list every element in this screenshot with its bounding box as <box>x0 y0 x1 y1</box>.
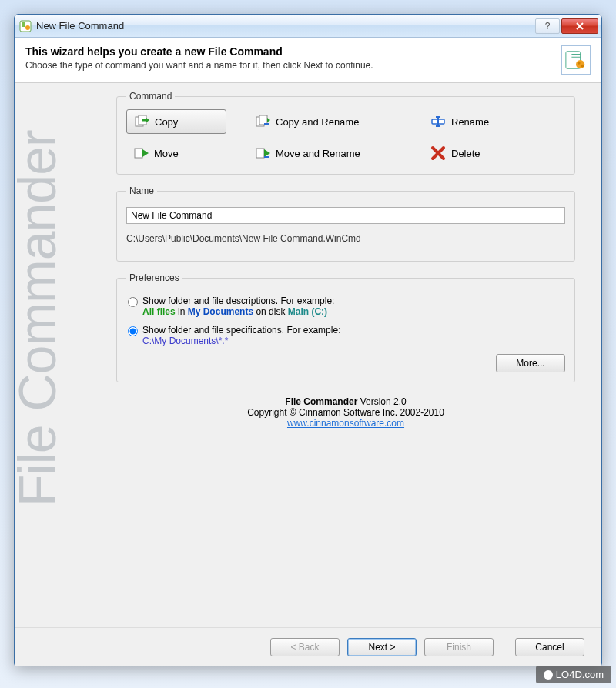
wizard-buttons: < Back Next > Finish Cancel <box>15 627 601 666</box>
name-path: C:\Users\Public\Documents\New File Comma… <box>126 233 565 244</box>
watermark: LO4D.com <box>536 666 611 683</box>
cancel-button[interactable]: Cancel <box>515 638 584 656</box>
titlebar: New File Command ? <box>15 15 601 38</box>
name-group: Name C:\Users\Public\Documents\New File … <box>116 185 575 262</box>
wizard-subtitle: Choose the type of command you want and … <box>25 59 457 72</box>
command-copy-rename[interactable]: Copy and Rename <box>248 109 402 134</box>
prefs-opt1-all: All files <box>142 306 176 317</box>
command-rename[interactable]: Rename <box>424 109 531 134</box>
command-move-label: Move <box>154 148 179 159</box>
prefs-option-descriptions[interactable]: Show folder and file descriptions. For e… <box>128 296 565 317</box>
prefs-opt1-text: Show folder and file descriptions. For e… <box>142 296 334 306</box>
svg-rect-13 <box>264 123 269 125</box>
sidebar-logo-text: File Commander <box>7 130 67 506</box>
prefs-opt1-main: Main (C:) <box>288 306 327 317</box>
copy-rename-icon <box>254 113 271 130</box>
command-copy-label: Copy <box>155 116 178 128</box>
prefs-opt2-example: C:\My Documents\*.* <box>142 336 228 346</box>
next-button[interactable]: Next > <box>347 638 417 656</box>
finish-button[interactable]: Finish <box>424 638 494 656</box>
copy-icon <box>133 113 150 130</box>
svg-point-5 <box>578 62 581 65</box>
command-move-rename-label: Move and Rename <box>276 148 360 159</box>
svg-marker-12 <box>267 118 270 122</box>
app-icon <box>19 20 32 32</box>
wizard-icon <box>561 45 591 75</box>
command-group: Command Copy Copy and Rename Rename <box>116 91 575 175</box>
help-button[interactable]: ? <box>535 18 560 34</box>
prefs-option-specifications[interactable]: Show folder and file specifications. For… <box>128 325 565 346</box>
svg-marker-19 <box>142 149 149 157</box>
name-input[interactable] <box>126 207 565 224</box>
name-legend: Name <box>126 185 157 196</box>
prefs-legend: Preferences <box>126 272 182 283</box>
command-rename-label: Rename <box>451 116 489 128</box>
about-copyright: Copyright © Cinnamon Software Inc. 2002-… <box>116 407 575 418</box>
svg-rect-20 <box>256 149 264 158</box>
dialog-window: New File Command ? This wizard helps you… <box>14 14 602 666</box>
rename-icon <box>430 113 447 130</box>
delete-icon <box>430 145 447 162</box>
watermark-text: LO4D.com <box>556 669 604 680</box>
more-button[interactable]: More... <box>496 354 565 372</box>
about-app-name: File Commander <box>285 396 357 407</box>
wizard-header: This wizard helps you create a new File … <box>15 38 601 83</box>
command-copy-rename-label: Copy and Rename <box>276 116 359 128</box>
svg-point-2 <box>25 25 30 30</box>
prefs-opt1-in: in <box>176 306 188 317</box>
svg-point-6 <box>581 65 584 68</box>
svg-rect-1 <box>22 22 25 27</box>
svg-point-4 <box>576 60 584 68</box>
about-link[interactable]: www.cinnamonsoftware.com <box>287 418 404 429</box>
command-move-rename[interactable]: Move and Rename <box>248 142 402 165</box>
move-icon <box>132 145 149 162</box>
svg-rect-22 <box>264 156 269 158</box>
command-copy[interactable]: Copy <box>126 109 226 134</box>
svg-marker-9 <box>146 118 149 122</box>
close-button[interactable] <box>561 18 598 34</box>
prefs-radio-descriptions[interactable] <box>128 297 138 307</box>
about-info: File Commander Version 2.0 Copyright © C… <box>116 396 575 429</box>
command-move[interactable]: Move <box>126 142 226 165</box>
window-title: New File Command <box>36 20 535 32</box>
svg-marker-21 <box>264 149 270 157</box>
about-version: Version 2.0 <box>357 396 406 407</box>
watermark-dot-icon <box>544 670 553 680</box>
prefs-radio-specifications[interactable] <box>128 326 138 336</box>
prefs-opt2-text: Show folder and file specifications. For… <box>142 325 340 336</box>
prefs-opt1-mydocs: My Documents <box>188 306 253 317</box>
svg-rect-18 <box>135 149 142 158</box>
move-rename-icon <box>254 145 271 162</box>
command-delete-label: Delete <box>451 148 480 159</box>
command-legend: Command <box>126 91 175 102</box>
prefs-group: Preferences Show folder and file descrip… <box>116 272 575 382</box>
back-button[interactable]: < Back <box>270 638 340 656</box>
wizard-title: This wizard helps you create a new File … <box>25 45 555 58</box>
prefs-opt1-on: on disk <box>253 306 288 317</box>
command-delete[interactable]: Delete <box>424 142 531 165</box>
